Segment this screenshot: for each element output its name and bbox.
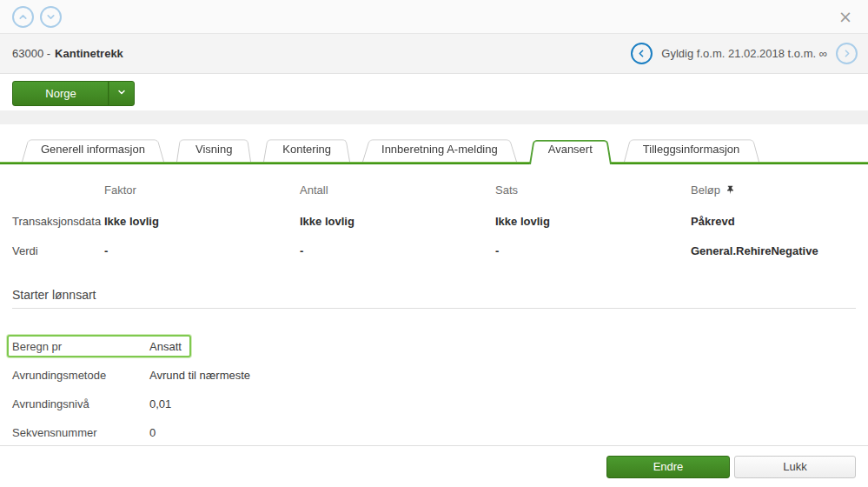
country-label[interactable]: Norge bbox=[13, 82, 109, 105]
grid-cell: Ikke lovlig bbox=[104, 213, 300, 243]
grid-cell: - bbox=[104, 243, 300, 272]
field-sekvensnummer: Sekvensnummer 0 bbox=[12, 421, 856, 444]
fields-list: Beregn pr Ansatt Avrundingsmetode Avrund… bbox=[12, 335, 856, 444]
grid-cell: - bbox=[495, 243, 691, 272]
grid-cell: Ikke lovlig bbox=[300, 213, 495, 243]
lukk-button[interactable]: Lukk bbox=[734, 456, 856, 478]
chevron-left-icon bbox=[636, 48, 647, 59]
grid-cell: General.RehireNegative bbox=[691, 243, 856, 272]
column-header-antall: Antall bbox=[300, 182, 495, 213]
tab-visning[interactable]: Visning bbox=[176, 137, 251, 162]
grid-corner-cell bbox=[12, 182, 104, 213]
field-value: 0,01 bbox=[149, 397, 171, 410]
chevron-down-icon bbox=[45, 11, 56, 23]
footer: Endre Lukk bbox=[0, 445, 868, 487]
section-divider bbox=[12, 308, 856, 309]
tab-avansert[interactable]: Avansert bbox=[529, 137, 612, 162]
field-avrundingsmetode: Avrundingsmetode Avrund til nærmeste bbox=[12, 364, 856, 386]
column-header-faktor: Faktor bbox=[104, 182, 300, 213]
row-label-transaksjonsdata: Transaksjonsdata bbox=[12, 213, 104, 243]
column-header-sats: Sats bbox=[495, 182, 691, 213]
country-dropdown[interactable]: Norge bbox=[12, 81, 135, 106]
close-icon[interactable]: × bbox=[835, 7, 856, 27]
field-beregn-pr: Beregn pr Ansatt bbox=[12, 335, 856, 357]
field-value: Avrund til nærmeste bbox=[149, 369, 250, 382]
titlebar: 63000 - Kantinetrekk Gyldig f.o.m. 21.02… bbox=[0, 34, 868, 74]
validity-prev-button[interactable] bbox=[631, 43, 653, 64]
column-header-belop-label: Beløp bbox=[691, 182, 720, 199]
validity-next-button[interactable] bbox=[836, 43, 858, 64]
actionbar: Norge bbox=[0, 74, 868, 110]
row-label-verdi: Verdi bbox=[12, 243, 104, 272]
tab-panel-avansert: Faktor Antall Sats Beløp Transaksjonsdat… bbox=[0, 164, 868, 444]
wagetype-code: 63000 - bbox=[12, 47, 50, 60]
field-label: Avrundingsmetode bbox=[12, 369, 149, 382]
section-title-starter-lonnsart: Starter lønnsart bbox=[12, 288, 856, 302]
chevron-down-icon bbox=[116, 87, 127, 100]
tab-kontering[interactable]: Kontering bbox=[263, 137, 350, 162]
tab-generell-informasjon[interactable]: Generell informasjon bbox=[22, 137, 164, 162]
endre-button[interactable]: Endre bbox=[606, 456, 730, 478]
nav-down-button[interactable] bbox=[40, 6, 62, 28]
pushpin-icon bbox=[726, 182, 735, 201]
field-value: Ansatt bbox=[149, 340, 182, 353]
separator-band bbox=[0, 110, 868, 124]
tab-tilleggsinformasjon[interactable]: Tilleggsinformasjon bbox=[624, 137, 759, 162]
field-label: Avrundingsnivå bbox=[12, 397, 149, 410]
transaction-grid: Faktor Antall Sats Beløp Transaksjonsdat… bbox=[12, 182, 856, 272]
tabbar: Generell informasjon Visning Kontering I… bbox=[0, 137, 868, 164]
field-avrundingsniva: Avrundingsnivå 0,01 bbox=[12, 392, 856, 415]
column-header-belop: Beløp bbox=[691, 182, 856, 213]
grid-cell: Påkrevd bbox=[691, 213, 856, 243]
field-label: Sekvensnummer bbox=[12, 426, 149, 439]
topbar: × bbox=[0, 0, 868, 34]
validity-text: Gyldig f.o.m. 21.02.2018 t.o.m. ∞ bbox=[661, 47, 827, 60]
tab-innberetning-a-melding[interactable]: Innberetning A-melding bbox=[362, 137, 517, 162]
chevron-right-icon bbox=[841, 48, 852, 59]
field-value: 0 bbox=[149, 426, 156, 439]
tab-underline bbox=[0, 162, 868, 164]
validity-navigator: Gyldig f.o.m. 21.02.2018 t.o.m. ∞ bbox=[631, 43, 858, 64]
field-label: Beregn pr bbox=[12, 340, 149, 353]
nav-up-button[interactable] bbox=[12, 6, 34, 28]
tabs-container: Generell informasjon Visning Kontering I… bbox=[0, 124, 868, 164]
country-caret-button[interactable] bbox=[109, 82, 134, 105]
grid-cell: - bbox=[300, 243, 495, 272]
wagetype-name: Kantinetrekk bbox=[55, 47, 123, 60]
chevron-up-icon bbox=[17, 11, 29, 23]
grid-cell: Ikke lovlig bbox=[495, 213, 691, 243]
